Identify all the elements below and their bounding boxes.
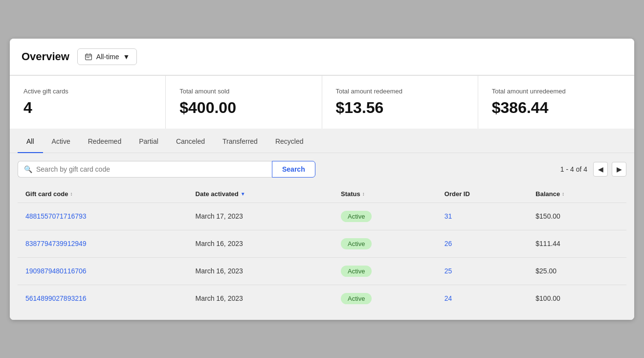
table-section: 🔍 Search 1 - 4 of 4 ◀ ▶ (10, 153, 634, 320)
stat-total-sold: Total amount sold $400.00 (166, 76, 322, 129)
alltime-button[interactable]: All-time ▼ (77, 48, 137, 65)
status-badge-1: Active (341, 238, 372, 249)
td-code-0: 4881557071716793 (18, 202, 188, 230)
overview-header: Overview All-time ▼ (10, 39, 634, 75)
search-icon: 🔍 (24, 165, 32, 173)
search-input[interactable] (36, 165, 266, 173)
th-status[interactable]: Status ↕ (333, 185, 437, 203)
gift-card-link-2[interactable]: 1909879480116706 (25, 267, 87, 275)
td-order-3: 24 (437, 285, 528, 312)
main-container: Overview All-time ▼ Active gift cards 4 … (10, 39, 634, 320)
th-balance[interactable]: Balance ↕ (528, 185, 626, 203)
sort-icon-balance: ↕ (562, 191, 564, 197)
table-row: 1909879480116706 March 16, 2023 Active 2… (18, 257, 626, 285)
td-balance-1: $111.44 (528, 230, 626, 257)
stat-value-2: $13.56 (336, 99, 464, 117)
table-row: 5614899027893216 March 16, 2023 Active 2… (18, 285, 626, 312)
sort-icon-status: ↕ (362, 191, 365, 197)
pagination-text: 1 - 4 of 4 (560, 165, 587, 173)
search-input-container: 🔍 (18, 161, 272, 178)
order-link-3[interactable]: 24 (444, 294, 452, 302)
td-balance-3: $100.00 (528, 285, 626, 312)
overview-title: Overview (22, 50, 69, 63)
sort-icon-code: ↕ (70, 191, 72, 197)
stats-row: Active gift cards 4 Total amount sold $4… (10, 75, 634, 129)
td-order-1: 26 (437, 230, 528, 257)
table-row: 4881557071716793 March 17, 2023 Active 3… (18, 202, 626, 230)
svg-rect-1 (87, 57, 88, 58)
page-next-button[interactable]: ▶ (612, 162, 626, 177)
tab-canceled[interactable]: Canceled (167, 130, 214, 153)
stat-total-unredeemed: Total amount unredeemed $386.44 (478, 76, 634, 129)
td-code-1: 8387794739912949 (18, 230, 188, 257)
td-status-0: Active (333, 202, 437, 230)
search-button[interactable]: Search (272, 161, 315, 178)
tab-redeemed[interactable]: Redeemed (79, 130, 131, 153)
status-badge-3: Active (341, 293, 372, 304)
order-link-2[interactable]: 25 (444, 267, 452, 275)
alltime-label: All-time (96, 53, 119, 61)
stat-value-3: $386.44 (492, 99, 621, 117)
status-badge-0: Active (341, 211, 372, 222)
stat-label-1: Total amount sold (179, 88, 308, 95)
sort-icon-date: ▼ (241, 191, 245, 197)
order-link-1[interactable]: 26 (444, 240, 452, 247)
td-status-1: Active (333, 230, 437, 257)
stat-active-gift-cards: Active gift cards 4 (10, 76, 166, 129)
pagination-controls: 1 - 4 of 4 ◀ ▶ (560, 162, 626, 177)
td-date-1: March 16, 2023 (188, 230, 333, 257)
search-pagination-row: 🔍 Search 1 - 4 of 4 ◀ ▶ (18, 161, 626, 178)
gift-card-link-3[interactable]: 5614899027893216 (25, 294, 87, 302)
tab-active[interactable]: Active (43, 130, 79, 153)
tab-recycled[interactable]: Recycled (266, 130, 312, 153)
td-code-3: 5614899027893216 (18, 285, 188, 312)
tab-partial[interactable]: Partial (130, 130, 167, 153)
page-prev-button[interactable]: ◀ (593, 162, 608, 177)
content-area: All Active Redeemed Partial Canceled Tra… (10, 130, 634, 320)
svg-rect-2 (88, 57, 89, 58)
td-status-2: Active (333, 257, 437, 285)
td-order-0: 31 (437, 202, 528, 230)
status-badge-2: Active (341, 266, 372, 277)
td-balance-0: $150.00 (528, 202, 626, 230)
gift-card-link-0[interactable]: 4881557071716793 (25, 212, 87, 220)
calendar-icon (85, 53, 92, 61)
stat-label-0: Active gift cards (23, 88, 152, 95)
order-link-0[interactable]: 31 (444, 212, 452, 220)
td-date-3: March 16, 2023 (188, 285, 333, 312)
search-wrapper: 🔍 Search (18, 161, 315, 178)
th-gift-card-code[interactable]: Gift card code ↕ (18, 185, 188, 203)
chevron-down-icon: ▼ (123, 53, 130, 61)
td-status-3: Active (333, 285, 437, 312)
th-date-activated[interactable]: Date activated ▼ (188, 185, 333, 203)
th-order-id: Order ID (437, 185, 528, 203)
stat-value-1: $400.00 (179, 99, 308, 117)
td-date-2: March 16, 2023 (188, 257, 333, 285)
gift-card-link-1[interactable]: 8387794739912949 (25, 240, 87, 247)
stat-value-0: 4 (23, 99, 152, 117)
stat-label-2: Total amount redeemed (336, 88, 464, 95)
tabs-bar: All Active Redeemed Partial Canceled Tra… (10, 130, 634, 153)
table-row: 8387794739912949 March 16, 2023 Active 2… (18, 230, 626, 257)
td-date-0: March 17, 2023 (188, 202, 333, 230)
td-balance-2: $25.00 (528, 257, 626, 285)
tab-transferred[interactable]: Transferred (214, 130, 266, 153)
stat-total-redeemed: Total amount redeemed $13.56 (322, 76, 478, 129)
tab-all[interactable]: All (18, 130, 43, 153)
td-code-2: 1909879480116706 (18, 257, 188, 285)
table-header-row: Gift card code ↕ Date activated ▼ (18, 185, 626, 203)
stat-label-3: Total amount unredeemed (492, 88, 621, 95)
td-order-2: 25 (437, 257, 528, 285)
gift-card-table: Gift card code ↕ Date activated ▼ (18, 185, 626, 312)
